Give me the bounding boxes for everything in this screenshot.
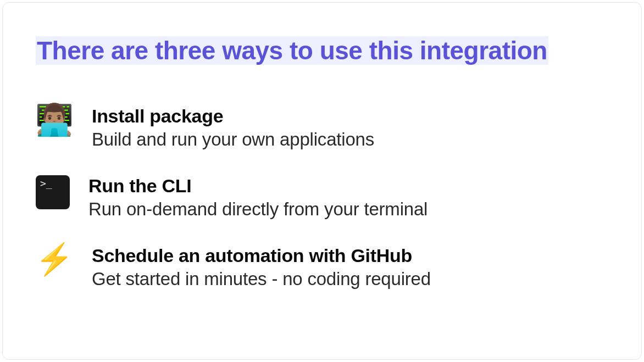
item-run-cli: >_ Run the CLI Run on-demand directly fr… (36, 174, 608, 220)
info-card: There are three ways to use this integra… (2, 2, 642, 360)
item-content: Schedule an automation with GitHub Get s… (92, 244, 608, 289)
lightning-icon: ⚡ (36, 244, 73, 281)
item-title: Schedule an automation with GitHub (92, 245, 608, 266)
item-schedule-automation: ⚡ Schedule an automation with GitHub Get… (36, 244, 608, 289)
items-list: 👨🏽‍💻 Install package Build and run your … (36, 104, 608, 289)
item-content: Run the CLI Run on-demand directly from … (88, 174, 608, 220)
technologist-emoji-icon: 👨🏽‍💻 (36, 104, 73, 142)
item-install-package: 👨🏽‍💻 Install package Build and run your … (36, 104, 608, 150)
item-description: Run on-demand directly from your termina… (88, 199, 608, 220)
item-title: Install package (92, 105, 608, 127)
terminal-icon: >_ (36, 175, 70, 209)
item-title: Run the CLI (88, 175, 608, 197)
card-heading: There are three ways to use this integra… (36, 36, 548, 65)
item-description: Build and run your own applications (92, 129, 608, 150)
item-description: Get started in minutes - no coding requi… (92, 269, 608, 289)
item-content: Install package Build and run your own a… (92, 104, 608, 150)
